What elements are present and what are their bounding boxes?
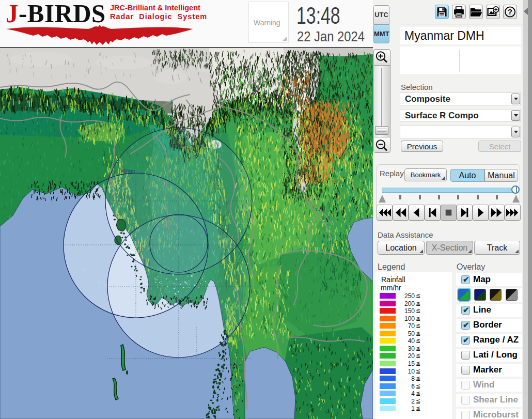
svg-text:450km: 450km (121, 168, 135, 174)
svg-text:?: ? (508, 8, 512, 16)
